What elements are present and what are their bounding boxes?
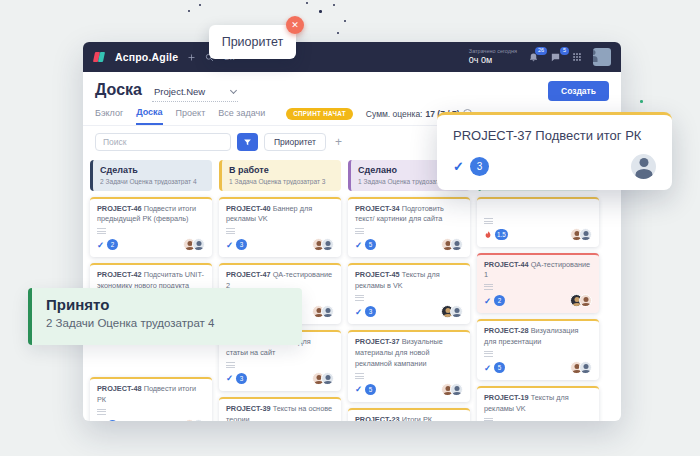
check-icon: ✓	[355, 308, 362, 317]
column-meta: 2 Задачи Оценка трудозатрат 4	[100, 178, 205, 185]
tab-all-tasks[interactable]: Все задачи	[218, 108, 265, 124]
decor-dot	[337, 32, 339, 34]
assignee-avatars	[316, 372, 334, 385]
create-button[interactable]: Создать	[548, 81, 609, 101]
notifications-button[interactable]: 26	[528, 52, 539, 63]
app-window: Аспро.Agile Сп Затрачено сегодня 0ч 0м 2…	[83, 42, 621, 421]
avatar	[450, 238, 463, 251]
task-title: PROJECT-40 Баннер для рекламы VK	[226, 204, 334, 226]
task-card[interactable]: 1.5	[477, 197, 599, 247]
check-icon: ✓	[355, 385, 362, 394]
project-selector[interactable]: Project.New	[152, 83, 238, 102]
description-icon	[97, 228, 106, 234]
check-icon: ✓	[226, 241, 233, 250]
time-tracker-label: Затрачено сегодня	[469, 48, 517, 55]
task-title: PROJECT-23 Итоги РК	[355, 415, 463, 421]
assignee-avatars	[574, 228, 592, 241]
task-card[interactable]: PROJECT-23 Итоги РК✓5	[348, 408, 470, 421]
task-title: PROJECT-44 QA-тестирование 1	[484, 260, 592, 282]
story-points-badge: 5	[365, 239, 376, 250]
task-id: PROJECT-46	[97, 204, 142, 213]
description-icon	[97, 409, 106, 415]
avatar	[192, 419, 205, 421]
task-card-popup[interactable]: PROJECT-37 Подвести итог РК ✓ 3	[437, 112, 672, 190]
assignee-avatars	[574, 361, 592, 374]
task-id: PROJECT-37	[355, 337, 400, 346]
assignee-avatars	[574, 294, 592, 307]
story-points-badge: 2	[494, 295, 505, 306]
task-card-footer: ✓5	[355, 238, 463, 251]
close-icon[interactable]: ✕	[286, 16, 304, 34]
description-icon	[355, 228, 364, 234]
assignee-avatar	[631, 154, 656, 179]
task-id: PROJECT-19	[484, 393, 529, 402]
description-icon	[484, 418, 493, 421]
task-card[interactable]: PROJECT-48 Подвести итоги РК✓2	[90, 377, 212, 421]
avatar	[450, 383, 463, 396]
tab-project[interactable]: Проект	[176, 108, 206, 124]
popup-column-meta: 2 Задачи Оценка трудозатрат 4	[46, 317, 288, 329]
column-header[interactable]: В работе1 Задача Оценка трудозатрат 3	[219, 160, 341, 191]
task-card[interactable]: PROJECT-45 Тексты для рекламы в VK✓3	[348, 263, 470, 324]
task-card[interactable]: PROJECT-39 Тексты на основе теории✓3	[219, 397, 341, 421]
avatar	[579, 294, 592, 307]
decor-dot	[344, 20, 346, 22]
task-card[interactable]: PROJECT-40 Баннер для рекламы VK✓3	[219, 197, 341, 258]
column-meta: 1 Задача Оценка трудозатрат 3	[229, 178, 334, 185]
board-header: Доска Project.New Создать	[83, 72, 621, 102]
page-title: Доска	[95, 81, 142, 99]
task-card[interactable]: PROJECT-37 Визуальные материалы для ново…	[348, 330, 470, 402]
task-card-footer: ✓5	[484, 361, 592, 374]
task-card[interactable]: PROJECT-44 QA-тестирование 1✓2	[477, 253, 599, 314]
story-points-badge: 2	[107, 420, 118, 421]
avatar	[192, 238, 205, 251]
task-id: PROJECT-40	[226, 204, 271, 213]
decor-dot	[333, 4, 335, 6]
column-header[interactable]: Сделать2 Задачи Оценка трудозатрат 4	[90, 160, 212, 191]
story-points-badge: 3	[236, 373, 247, 384]
assignee-avatars	[445, 383, 463, 396]
decor-dot	[306, 2, 308, 4]
description-icon	[484, 351, 493, 357]
task-card[interactable]: PROJECT-34 Подготовить текст/ картинки д…	[348, 197, 470, 258]
decor-dot	[188, 10, 190, 12]
priority-tooltip: Приоритет ✕	[209, 25, 296, 59]
story-points-badge: 3	[470, 157, 489, 176]
tab-backlog[interactable]: Бэклог	[95, 108, 123, 124]
story-points-badge: 5	[365, 384, 376, 395]
task-id: PROJECT-28	[484, 326, 529, 335]
task-card[interactable]: PROJECT-28 Визуализация для презентации✓…	[477, 319, 599, 380]
priority-tooltip-label: Приоритет	[222, 35, 284, 49]
check-icon: ✓	[226, 374, 233, 383]
search-input[interactable]	[95, 133, 231, 151]
popup-task-title: PROJECT-37 Подвести итог РК	[453, 128, 656, 143]
tab-board[interactable]: Доска	[136, 107, 162, 125]
check-icon: ✓	[355, 241, 362, 250]
check-icon: ✓	[97, 241, 104, 250]
story-points-badge: 1.5	[495, 229, 508, 240]
task-id: PROJECT-48	[97, 384, 142, 393]
avatar	[321, 305, 334, 318]
page: Аспро.Agile Сп Затрачено сегодня 0ч 0м 2…	[0, 0, 700, 456]
messages-button[interactable]: 5	[550, 52, 561, 63]
decor-dot	[319, 10, 322, 13]
column-title: Сделать	[100, 165, 205, 175]
project-name: Project.New	[154, 86, 205, 97]
priority-filter-chip[interactable]: Приоритет	[264, 133, 326, 151]
filter-button[interactable]	[237, 133, 258, 151]
apps-grid-icon[interactable]	[572, 52, 582, 62]
task-card[interactable]: PROJECT-19 Тексты для рекламы VK✓5	[477, 386, 599, 421]
add-filter-button[interactable]: +	[335, 136, 342, 148]
task-card-footer: ✓3	[226, 238, 334, 251]
fire-icon	[484, 230, 492, 239]
avatar	[579, 228, 592, 241]
user-avatar[interactable]	[593, 48, 611, 66]
add-icon[interactable]	[187, 53, 196, 62]
task-title: PROJECT-45 Тексты для рекламы в VK	[355, 270, 463, 292]
sprint-status-badge: СПРИНТ НАЧАТ	[286, 108, 353, 120]
chevron-down-icon	[230, 87, 237, 94]
description-icon	[484, 284, 493, 290]
task-card-footer: ✓2	[97, 238, 205, 251]
task-card[interactable]: PROJECT-46 Подвести итоги предыдущей РК …	[90, 197, 212, 258]
story-points-badge: 5	[494, 362, 505, 373]
